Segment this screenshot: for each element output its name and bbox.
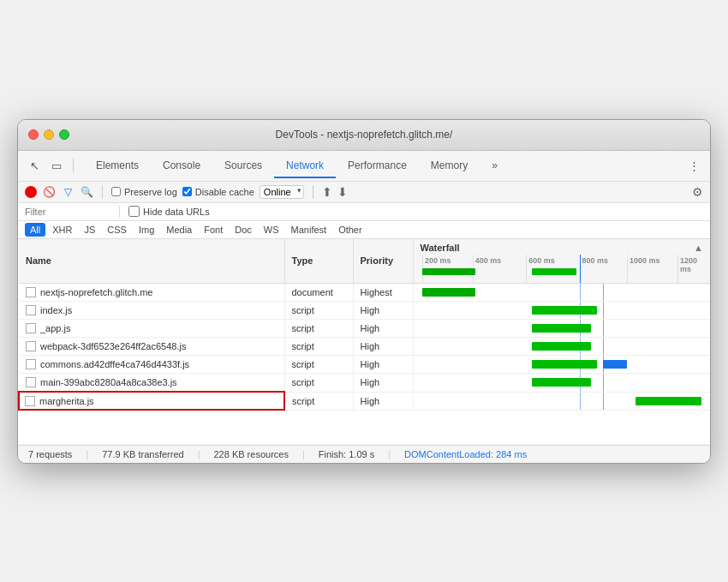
toolbar-separator-2 <box>102 185 103 199</box>
window-title: DevTools - nextjs-noprefetch.glitch.me/ <box>276 129 453 141</box>
wf-bar-5 <box>532 378 591 387</box>
table-row[interactable]: main-399abc8280a4a8ca38e3.js script High <box>19 374 710 393</box>
tab-console[interactable]: Console <box>151 154 212 178</box>
file-icon-1 <box>26 305 36 315</box>
tab-network[interactable]: Network <box>274 154 336 178</box>
file-icon-6 <box>25 396 35 406</box>
device-icon[interactable]: ▭ <box>47 156 66 175</box>
wf-red-line <box>603 284 604 301</box>
type-btn-xhr[interactable]: XHR <box>47 223 77 237</box>
toolbar-separator-3 <box>313 185 313 199</box>
cell-waterfall-0 <box>413 284 710 302</box>
sort-arrow-icon: ▲ <box>694 243 703 253</box>
cursor-icon[interactable]: ↖ <box>25 156 44 175</box>
cell-priority-5: High <box>353 374 413 393</box>
waterfall-2 <box>414 320 711 337</box>
minimize-button[interactable] <box>44 129 54 140</box>
titlebar: DevTools - nextjs-noprefetch.glitch.me/ <box>18 120 710 151</box>
upload-icon[interactable]: ⬆ <box>322 185 332 199</box>
tick-1: 400 ms <box>473 255 502 284</box>
type-btn-css[interactable]: CSS <box>102 223 132 237</box>
tab-elements[interactable]: Elements <box>84 154 151 178</box>
cell-waterfall-3 <box>413 338 710 356</box>
col-header-waterfall[interactable]: Waterfall ▲ 200 ms 400 ms <box>413 239 710 284</box>
cell-priority-6: High <box>353 392 413 410</box>
wf-blue-line <box>580 393 581 410</box>
cell-name-1: index.js <box>19 302 284 320</box>
wf-bar-3 <box>532 342 591 351</box>
tabs-container: Elements Console Sources Network Perform… <box>84 154 681 177</box>
wf-bar-4-green <box>532 360 597 369</box>
filter-icon[interactable]: ▽ <box>61 185 75 199</box>
type-btn-manifest[interactable]: Manifest <box>286 223 332 237</box>
table-row[interactable]: _app.js script High <box>19 320 710 338</box>
type-btn-js[interactable]: JS <box>79 223 100 237</box>
type-btn-img[interactable]: Img <box>134 223 159 237</box>
table-header-row: Name Type Priority Waterfall ▲ <box>19 239 710 284</box>
top-toolbar: ↖ ▭ Elements Console Sources Network Per… <box>18 151 710 182</box>
table-row-highlighted[interactable]: margherita.js script High <box>19 392 710 410</box>
settings-icon[interactable]: ⚙ <box>692 185 703 199</box>
cell-name-0: nextjs-noprefetch.glitch.me <box>19 284 284 302</box>
cell-name-5: main-399abc8280a4a8ca38e3.js <box>19 374 284 393</box>
filter-separator <box>119 206 120 218</box>
search-icon[interactable]: 🔍 <box>80 185 93 199</box>
type-btn-font[interactable]: Font <box>199 223 228 237</box>
disable-cache-label[interactable]: Disable cache <box>182 187 254 197</box>
main-content: Name Type Priority Waterfall ▲ <box>18 239 710 445</box>
table-row[interactable]: webpack-3df6523e264ff2ac6548.js script H… <box>19 338 710 356</box>
more-options-icon[interactable]: ⋮ <box>684 156 703 175</box>
waterfall-4 <box>414 356 711 373</box>
wf-red-line <box>603 302 604 319</box>
col-header-type[interactable]: Type <box>284 239 353 284</box>
table-row[interactable]: index.js script High <box>19 302 710 320</box>
maximize-button[interactable] <box>59 129 69 140</box>
cell-name-2: _app.js <box>19 320 284 338</box>
network-table: Name Type Priority Waterfall ▲ <box>18 239 710 445</box>
close-button[interactable] <box>28 129 39 140</box>
waterfall-1 <box>414 302 711 319</box>
col-header-name[interactable]: Name <box>19 239 284 284</box>
tick-3: 1000 ms <box>627 255 660 284</box>
wf-bar-4-blue <box>603 360 627 369</box>
file-icon-4 <box>26 359 36 369</box>
preserve-log-checkbox[interactable] <box>111 187 121 196</box>
tab-sources[interactable]: Sources <box>212 154 274 178</box>
preserve-log-label[interactable]: Preserve log <box>111 187 177 197</box>
table-row[interactable]: nextjs-noprefetch.glitch.me document Hig… <box>19 284 710 302</box>
tab-memory[interactable]: Memory <box>419 154 480 178</box>
wf-red-line <box>603 338 604 355</box>
table-row-empty <box>19 410 710 444</box>
disable-cache-checkbox[interactable] <box>182 187 192 196</box>
type-btn-media[interactable]: Media <box>161 223 197 237</box>
clear-button[interactable]: 🚫 <box>42 185 56 199</box>
download-icon[interactable]: ⬇ <box>337 185 348 199</box>
file-icon-0 <box>26 287 36 297</box>
timeline-container: Waterfall ▲ 200 ms 400 ms <box>414 239 711 284</box>
type-btn-doc[interactable]: Doc <box>230 223 257 237</box>
record-button[interactable] <box>25 186 37 198</box>
cell-type-3: script <box>284 338 353 356</box>
cell-waterfall-4 <box>413 356 710 374</box>
type-btn-other[interactable]: Other <box>333 223 367 237</box>
type-btn-ws[interactable]: WS <box>259 223 284 237</box>
cell-type-5: script <box>284 374 353 393</box>
status-bar: 7 requests | 77.9 KB transferred | 228 K… <box>18 445 710 463</box>
filter-input[interactable] <box>25 207 110 217</box>
wf-bar-6 <box>636 397 701 405</box>
finish-time: Finish: 1.09 s <box>319 449 374 459</box>
tab-more[interactable]: » <box>480 154 510 178</box>
col-header-priority[interactable]: Priority <box>353 239 413 284</box>
network-toolbar: 🚫 ▽ 🔍 Preserve log Disable cache Online … <box>18 182 710 203</box>
hide-data-urls-label[interactable]: Hide data URLs <box>128 206 210 217</box>
transferred-size: 77.9 KB transferred <box>102 449 183 459</box>
hide-data-urls-checkbox[interactable] <box>128 206 140 217</box>
cell-type-6: script <box>284 392 353 410</box>
cell-waterfall-6 <box>413 392 710 410</box>
throttle-select[interactable]: Online <box>260 185 304 199</box>
tab-performance[interactable]: Performance <box>336 154 419 178</box>
type-btn-all[interactable]: All <box>25 223 45 237</box>
table-row[interactable]: commons.ad42dffe4ca746d4433f.js script H… <box>19 356 710 374</box>
cell-priority-3: High <box>353 338 413 356</box>
waterfall-3 <box>414 338 711 355</box>
